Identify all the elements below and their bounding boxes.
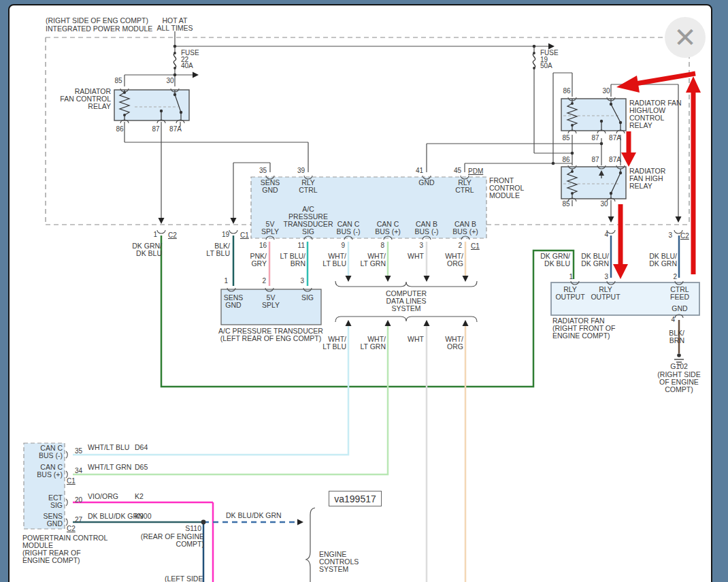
wire-label-wht: WHT [408, 253, 424, 260]
engine-controls-system-label: ENGINE CONTROLS SYSTEM [319, 551, 359, 573]
fcm-5v-sply: 5V SPLY [261, 221, 279, 236]
ground-g102-label: G102 [670, 363, 688, 370]
fan-rly-output-2: RLY OUTPUT [591, 286, 620, 301]
pcm-pin-34: 34 [75, 467, 82, 474]
radiator-fan-caption: RADIATOR FAN (RIGHT FRONT OF ENGINE COMP… [552, 317, 615, 340]
fcm-pin-41: 41 [416, 167, 423, 174]
wire-label-dkgrn-dkblu: DK GRN/ DK BLU [132, 242, 162, 257]
pcm-circuit-k900: K900 [135, 513, 152, 520]
diagram-viewer: (RIGHT SIDE OF ENG COMPT) INTEGRATED POW… [0, 0, 728, 582]
close-button[interactable]: ✕ [665, 17, 706, 58]
pin-86: 86 [116, 125, 123, 133]
pcm-circuit-d65: D65 [135, 464, 148, 471]
conn-c1: C1 [240, 231, 249, 239]
fcm-pin-2: 2 [458, 242, 462, 249]
pin-30: 30 [166, 77, 173, 84]
fuse-19-label: FUSE 19 50A [540, 50, 559, 69]
pin-86: 86 [562, 156, 569, 163]
close-icon: ✕ [674, 24, 697, 51]
fcm-rly-ctrl: RLY CTRL [299, 179, 317, 194]
transducer-5v-sply: 5V SPLY [262, 294, 280, 309]
pin-87a: 87A [169, 125, 182, 133]
fcm-ac-sig: A/C PRESSURE TRANSDUCER SIG [284, 206, 333, 236]
fcm-pin-45: 45 [454, 167, 461, 174]
pcm-c1: C1 [67, 477, 76, 485]
transducer-sig: SIG [301, 294, 314, 302]
wire-label-ltblu-brn: LT BLU/ BRN [280, 253, 305, 268]
fan-ctrl-feed: CTRL FEED [670, 286, 689, 301]
wire-label-dkblu-dkgrn-1: DK BLU/ DK GRN [581, 253, 609, 268]
pin-87: 87 [591, 134, 599, 142]
pin-87a: 87A [609, 134, 621, 142]
fan-gnd: GND [672, 305, 687, 312]
wire-label-blk-ltblu: BLK/ LT BLU [206, 242, 230, 257]
fan-pin-1: 1 [569, 273, 573, 280]
pin-85: 85 [562, 134, 569, 142]
fan-conn-pin-4: 4 [604, 231, 608, 238]
wire-label-wht-org: WHT/ ORG [445, 253, 463, 268]
fcm-canb-plus: CAN B BUS (+) [452, 221, 478, 236]
pcm-pin-35: 35 [75, 447, 82, 455]
fcm-pin-16: 16 [259, 242, 267, 249]
pcm-wire-wht-ltblu: WHT/LT BLU [88, 444, 129, 451]
splice-s110-label: S110 [185, 525, 201, 532]
wire-label-wht-ltblu-low: WHT/ LT BLU [322, 336, 346, 351]
pin-87: 87 [152, 125, 159, 133]
engine-controls-brace [306, 508, 315, 582]
transducer-pin-2: 2 [262, 277, 266, 285]
pcm-wire-vio-org: VIO/ORG [88, 493, 118, 500]
red-arrow-diagonal [635, 74, 695, 84]
computer-data-lines-label: COMPUTER DATA LINES SYSTEM [386, 290, 427, 312]
fcm-canc-plus: CAN C BUS (+) [375, 221, 401, 236]
fcm-canb-minus: CAN B BUS (-) [415, 221, 439, 236]
fan-rly-output-1: RLY OUTPUT [555, 286, 584, 301]
pcm-canc-plus: CAN C BUS (+) [37, 464, 63, 479]
pcm-wire-wht-ltgrn: WHT/LT GRN [88, 464, 131, 471]
pcm-caption: POWERTRAIN CONTROL MODULE (RIGHT REAR OF… [22, 534, 107, 564]
wire-label-wht-org-low: WHT/ ORG [445, 336, 463, 351]
wire-label-wht-ltblu: WHT/ LT BLU [322, 253, 346, 268]
fuse-symbols [173, 52, 535, 69]
pin-30: 30 [602, 87, 610, 95]
pin-85: 85 [114, 77, 122, 84]
wire-label-wht-ltgrn-low: WHT/ LT GRN [360, 336, 386, 351]
fcm-pin-35: 35 [259, 167, 267, 174]
fan-gnd-pin-4: 4 [671, 316, 675, 323]
front-control-module-name: FRONT CONTROL MODULE [489, 177, 524, 199]
fcm-pin-8: 8 [380, 242, 384, 249]
system-braces [306, 281, 477, 582]
fcm-canc-minus: CAN C BUS (-) [337, 221, 361, 236]
fan-hilo-relay-name: RADIATOR FAN HIGH/LOW CONTROL RELAY [629, 99, 682, 129]
fuse-22-label: FUSE 22 40A [181, 50, 199, 69]
splice-location-label: (REAR OF ENGINE COMPT) [141, 533, 204, 548]
wire-label-wht-low: WHT [408, 336, 424, 343]
fan-high-relay-name: RADIATOR FAN HIGH RELAY [629, 167, 665, 190]
pcm-pin-27: 27 [75, 516, 82, 523]
wire-label-blk-brn: BLK/ BRN [669, 329, 684, 344]
wire-label-pnk-gry: PNK/ GRY [250, 253, 267, 268]
fcm-sens-gnd: SENS GND [261, 179, 280, 194]
transducer-caption: A/C PRESSURE TRANSDUCER (LEFT REAR OF EN… [218, 327, 323, 342]
fan-control-relay-name: RADIATOR FAN CONTROL RELAY [60, 88, 111, 110]
fcm-gnd: GND [418, 179, 434, 187]
ipm-location-label: (RIGHT SIDE OF ENG COMPT) [46, 17, 148, 25]
pcm-ect-sig: ECT SIG [48, 494, 63, 509]
fcm-pin-11: 11 [298, 242, 305, 249]
diagram-id-text: va199517 [334, 494, 376, 504]
ipm-name-label: INTEGRATED POWER MODULE [46, 25, 152, 33]
transducer-sens-gnd: SENS GND [224, 294, 244, 309]
fcm-pdm-label: PDM [468, 167, 483, 175]
wire-label-dkgrn-dkblu-2: DK GRN/ DK BLU [540, 253, 570, 268]
transducer-pin-1: 1 [224, 277, 228, 285]
conn-c2: C2 [168, 231, 177, 239]
pcm-sens-gnd: SENS GND [43, 513, 63, 528]
fcm-pin-3: 3 [419, 242, 423, 249]
fan-pin-2: 2 [673, 273, 677, 280]
pin-86: 86 [563, 87, 570, 95]
fan-conn-c2: C2 [680, 232, 689, 240]
datalines-upper-brace [335, 281, 477, 287]
fan-conn-pin-3: 3 [668, 231, 672, 239]
pin-30: 30 [600, 200, 608, 208]
pcm-canc-minus: CAN C BUS (-) [39, 444, 63, 459]
pin-87: 87 [591, 156, 599, 163]
